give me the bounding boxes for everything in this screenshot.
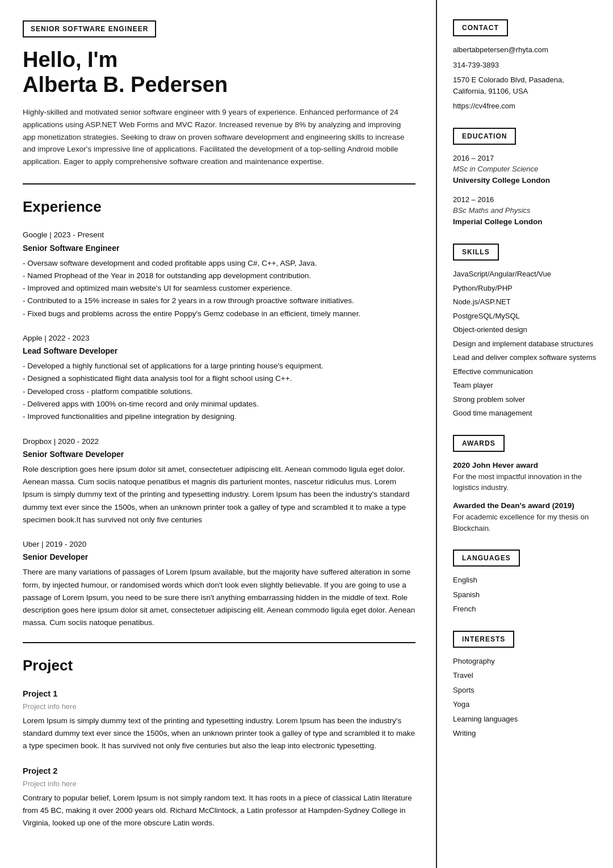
interest-item: Photography xyxy=(453,656,597,667)
project-desc: Contrary to popular belief, Lorem Ipsum … xyxy=(23,792,415,830)
exp-role: Senior Software Developer xyxy=(23,448,415,460)
exp-company: Dropbox | 2020 - 2022 xyxy=(23,436,415,447)
skill-item: Good time management xyxy=(453,408,597,419)
education-item: 2016 – 2017 MSc in Computer Science Univ… xyxy=(453,153,597,186)
interests-list: PhotographyTravelSportsYogaLearning lang… xyxy=(453,656,597,739)
edu-degree: BSc Maths and Physics xyxy=(453,205,597,216)
contact-badge: CONTACT xyxy=(453,19,508,36)
skill-item: Python/Ruby/PHP xyxy=(453,283,597,294)
experience-item: Uber | 2019 - 2020 Senior Developer Ther… xyxy=(23,539,415,630)
experience-item: Google | 2023 - Present Senior Software … xyxy=(23,229,415,320)
edu-years: 2012 – 2016 xyxy=(453,194,597,206)
skill-item: Strong problem solver xyxy=(453,394,597,405)
skills-list: JavaScript/Angular/React/VuePython/Ruby/… xyxy=(453,269,597,419)
job-title-badge: SENIOR SOFTWARE ENGINEER xyxy=(23,20,156,37)
award-item: Awarded the Dean's award (2019) For acad… xyxy=(453,500,597,534)
exp-company: Google | 2023 - Present xyxy=(23,229,415,241)
skill-item: JavaScript/Angular/React/Vue xyxy=(453,269,597,280)
interest-item: Learning languages xyxy=(453,714,597,725)
award-desc: For the most impactful innovation in the… xyxy=(453,471,597,493)
education-list: 2016 – 2017 MSc in Computer Science Univ… xyxy=(453,153,597,228)
exp-role: Senior Developer xyxy=(23,551,415,563)
contact-email: albertabpetersen@rhyta.com xyxy=(453,44,597,56)
interest-item: Writing xyxy=(453,728,597,739)
interest-item: Yoga xyxy=(453,699,597,710)
award-title: Awarded the Dean's award (2019) xyxy=(453,500,597,511)
interests-section: INTERESTS PhotographyTravelSportsYogaLea… xyxy=(453,628,597,739)
edu-degree: MSc in Computer Science xyxy=(453,163,597,175)
exp-bullets: - Oversaw software development and coded… xyxy=(23,257,415,320)
project-info: Project info here xyxy=(23,778,415,790)
language-item: French xyxy=(453,603,597,615)
awards-badge: AWARDS xyxy=(453,435,505,452)
awards-list: 2020 John Hever award For the most impac… xyxy=(453,460,597,534)
skill-item: Lead and deliver complex software system… xyxy=(453,352,597,363)
edu-school: University College London xyxy=(453,175,597,186)
project-name: Project 2 xyxy=(23,765,415,778)
experience-section-title: Experience xyxy=(23,196,415,218)
experience-item: Dropbox | 2020 - 2022 Senior Software De… xyxy=(23,436,415,527)
candidate-name: Hello, I'm Alberta B. Pedersen xyxy=(23,48,415,97)
education-badge: EDUCATION xyxy=(453,128,516,145)
awards-section: AWARDS 2020 John Hever award For the mos… xyxy=(453,433,597,534)
award-desc: For academic excellence for my thesis on… xyxy=(453,511,597,534)
exp-bullets: There are many variations of passages of… xyxy=(23,566,415,629)
skills-section: SKILLS JavaScript/Angular/React/VuePytho… xyxy=(453,241,597,419)
exp-bullets: - Developed a highly functional set of a… xyxy=(23,360,415,423)
skill-item: Effective communication xyxy=(453,366,597,378)
interest-item: Travel xyxy=(453,670,597,681)
exp-bullets: Role description goes here ipsum dolor s… xyxy=(23,463,415,526)
project-section-title: Project xyxy=(23,655,415,677)
skill-item: Node.js/ASP.NET xyxy=(453,296,597,308)
contact-phone: 314-739-3893 xyxy=(453,60,597,71)
section-divider-2 xyxy=(23,642,415,643)
education-item: 2012 – 2016 BSc Maths and Physics Imperi… xyxy=(453,194,597,228)
exp-role: Lead Software Developer xyxy=(23,345,415,357)
skill-item: PostgreSQL/MySQL xyxy=(453,311,597,322)
languages-list: EnglishSpanishFrench xyxy=(453,575,597,615)
languages-badge: LANGUAGES xyxy=(453,550,520,567)
section-divider xyxy=(23,183,415,184)
skill-item: Object-oriented design xyxy=(453,324,597,336)
exp-company: Apple | 2022 - 2023 xyxy=(23,333,415,344)
project-item: Project 1 Project info here Lorem Ipsum … xyxy=(23,688,415,753)
skill-item: Team player xyxy=(453,380,597,391)
skill-item: Design and implement database structures xyxy=(453,338,597,350)
experience-list: Google | 2023 - Present Senior Software … xyxy=(23,229,415,629)
edu-years: 2016 – 2017 xyxy=(453,153,597,164)
interests-badge: INTERESTS xyxy=(453,631,514,648)
greeting-line: Hello, I'm xyxy=(23,48,117,72)
experience-item: Apple | 2022 - 2023 Lead Software Develo… xyxy=(23,333,415,423)
edu-school: Imperial College London xyxy=(453,216,597,228)
award-item: 2020 John Hever award For the most impac… xyxy=(453,460,597,493)
exp-role: Senior Software Engineer xyxy=(23,242,415,254)
contact-section: CONTACT albertabpetersen@rhyta.com 314-7… xyxy=(453,17,597,112)
full-name: Alberta B. Pedersen xyxy=(23,73,228,97)
project-info: Project info here xyxy=(23,701,415,712)
contact-address: 1570 E Colorado Blvd, Pasadena, Californ… xyxy=(453,74,597,97)
education-section: EDUCATION 2016 – 2017 MSc in Computer Sc… xyxy=(453,125,597,228)
contact-website: https://cv4free.com xyxy=(453,100,597,112)
language-item: Spanish xyxy=(453,589,597,601)
languages-section: LANGUAGES EnglishSpanishFrench xyxy=(453,547,597,615)
interest-item: Sports xyxy=(453,685,597,696)
projects-list: Project 1 Project info here Lorem Ipsum … xyxy=(23,688,415,830)
language-item: English xyxy=(453,575,597,586)
project-name: Project 1 xyxy=(23,688,415,701)
summary-text: Highly-skilled and motivated senior soft… xyxy=(23,106,415,167)
award-title: 2020 John Hever award xyxy=(453,460,597,471)
exp-company: Uber | 2019 - 2020 xyxy=(23,539,415,550)
project-item: Project 2 Project info here Contrary to … xyxy=(23,765,415,830)
project-desc: Lorem Ipsum is simply dummy text of the … xyxy=(23,715,415,753)
skills-badge: SKILLS xyxy=(453,244,499,261)
